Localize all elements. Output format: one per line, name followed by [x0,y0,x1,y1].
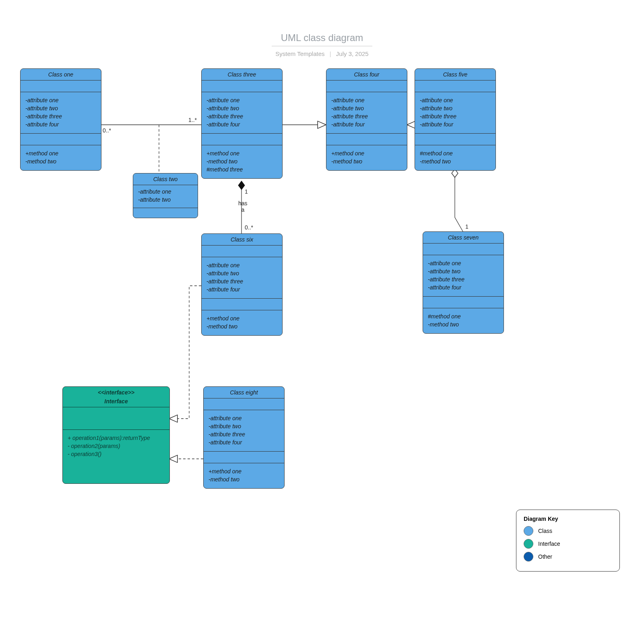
class-name: Class eight [204,387,284,398]
methods: +method one -method two #method three [202,145,282,178]
spacer [326,134,407,145]
class-name: Class six [202,234,282,246]
attributes: -attribute one -attribute two -attribute… [202,92,282,134]
spacer [21,80,101,92]
legend-label: Class [538,528,552,534]
spacer [202,134,282,145]
methods: +method one -method two [21,145,101,170]
methods: +method one -method two [326,145,407,170]
legend-row-other: Other [524,552,612,561]
attributes: -attribute one -attribute two -attribute… [415,92,495,134]
interface-box[interactable]: <<interface>> Interface + operation1(par… [62,386,170,484]
attributes: -attribute one -attribute two -attribute… [423,255,504,297]
mult-three-six-top: 1 [245,188,248,195]
diagram-author: System Templates [275,50,324,57]
class-two[interactable]: Class two -attribute one -attribute two [133,173,198,218]
diagram-date: July 3, 2025 [336,50,369,57]
class-name: Class one [21,69,101,80]
spacer [423,244,504,255]
diagram-header: UML class diagram System Templates | Jul… [0,32,644,57]
mult-one-three-right: 1..* [188,117,197,123]
legend-dot-other [524,552,533,561]
methods: #method one -method two [415,145,495,170]
legend-row-interface: Interface [524,539,612,549]
diagram-subtitle: System Templates | July 3, 2025 [0,50,644,57]
legend-row-class: Class [524,526,612,536]
class-four[interactable]: Class four -attribute one -attribute two… [326,68,407,171]
class-eight[interactable]: Class eight -attribute one -attribute tw… [203,386,285,489]
legend-label: Interface [538,541,560,547]
attributes: -attribute one -attribute two -attribute… [326,92,407,134]
attributes: -attribute one -attribute two -attribute… [21,92,101,134]
mult-five-seven: 1 [465,223,469,230]
class-one[interactable]: Class one -attribute one -attribute two … [20,68,101,171]
methods: +method one -method two [202,310,282,335]
spacer [202,246,282,257]
class-name: Class two [133,173,198,185]
class-five[interactable]: Class five -attribute one -attribute two… [415,68,496,171]
mult-three-six-bottom: 0..* [245,224,253,231]
legend-title: Diagram Key [524,516,612,522]
methods [133,208,198,218]
class-name: Class seven [423,232,504,244]
attributes: -attribute one -attribute two -attribute… [202,257,282,299]
class-name: Class three [202,69,282,80]
spacer [204,398,284,410]
methods: +method one -method two [204,463,284,488]
spacer [415,80,495,92]
diagram-legend: Diagram Key Class Interface Other [516,510,620,572]
label-has-a: has a [238,200,248,213]
spacer [21,134,101,145]
legend-dot-class [524,526,533,536]
class-six[interactable]: Class six -attribute one -attribute two … [201,233,283,336]
methods: #method one -method two [423,308,504,333]
interface-name: Interface [63,396,169,407]
spacer [202,299,282,310]
class-three[interactable]: Class three -attribute one -attribute tw… [201,68,283,179]
spacer [204,452,284,463]
divider: | [330,50,331,57]
spacer [63,407,169,430]
mult-one-three-left: 0..* [103,127,111,134]
diagram-title: UML class diagram [272,32,372,46]
attributes: -attribute one -attribute two -attribute… [204,410,284,452]
class-seven[interactable]: Class seven -attribute one -attribute tw… [423,231,504,334]
spacer [326,80,407,92]
legend-label: Other [538,553,552,560]
spacer [423,297,504,308]
legend-dot-interface [524,539,533,549]
spacer [202,80,282,92]
interface-stereotype: <<interface>> [63,387,169,396]
operations: + operation1(params):returnType - operat… [63,430,169,463]
spacer [415,134,495,145]
class-name: Class five [415,69,495,80]
attributes: -attribute one -attribute two [133,185,198,208]
class-name: Class four [326,69,407,80]
